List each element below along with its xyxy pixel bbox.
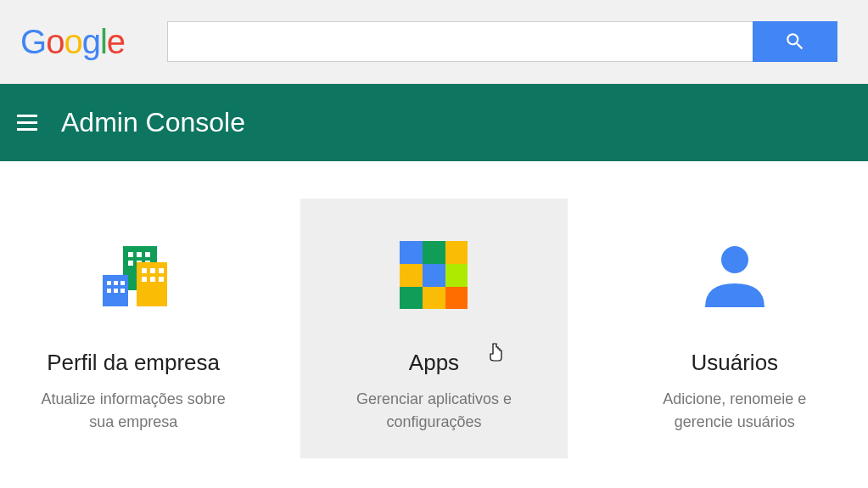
card-apps[interactable]: Apps Gerenciar aplicativos e configuraçõ… (300, 199, 567, 458)
svg-rect-26 (445, 264, 468, 287)
svg-rect-1 (128, 252, 133, 257)
svg-rect-2 (137, 252, 142, 257)
svg-rect-20 (120, 289, 125, 293)
svg-rect-21 (400, 241, 423, 264)
search-wrap (167, 21, 837, 62)
card-company-profile[interactable]: Perfil da empresa Atualize informações s… (0, 199, 266, 458)
pointer-cursor-icon (489, 343, 504, 362)
svg-rect-11 (142, 277, 147, 282)
google-logo[interactable]: Google (20, 23, 125, 61)
top-bar: Google (0, 0, 868, 84)
page-title: Admin Console (61, 107, 245, 138)
svg-rect-4 (128, 261, 133, 266)
search-input[interactable] (167, 21, 753, 62)
svg-rect-24 (400, 264, 423, 287)
svg-rect-23 (445, 241, 468, 264)
buildings-icon (99, 241, 167, 309)
svg-rect-8 (142, 268, 147, 273)
svg-rect-10 (159, 268, 164, 273)
svg-rect-15 (107, 281, 111, 285)
apps-grid-icon (400, 241, 468, 309)
svg-rect-3 (145, 252, 150, 257)
card-title: Apps (409, 350, 459, 376)
card-desc: Atualize informações sobre sua empresa (40, 388, 227, 434)
card-title: Perfil da empresa (47, 350, 220, 376)
svg-rect-27 (400, 287, 423, 309)
svg-rect-29 (445, 287, 468, 309)
svg-point-30 (721, 246, 748, 273)
menu-button[interactable] (17, 108, 37, 137)
svg-rect-18 (107, 289, 111, 293)
svg-rect-19 (114, 289, 118, 293)
svg-rect-9 (150, 268, 155, 273)
cards-container: Perfil da empresa Atualize informações s… (0, 161, 868, 458)
nav-bar: Admin Console (0, 84, 868, 161)
user-icon (701, 241, 769, 309)
hamburger-icon (17, 115, 37, 117)
svg-rect-28 (423, 287, 445, 309)
card-desc: Adicione, renomeie e gerencie usuários (641, 388, 828, 434)
card-users[interactable]: Usuários Adicione, renomeie e gerencie u… (602, 199, 868, 458)
svg-rect-25 (423, 264, 445, 287)
search-button[interactable] (753, 21, 837, 62)
card-desc: Gerenciar aplicativos e configurações (340, 388, 527, 434)
svg-rect-13 (159, 277, 164, 282)
svg-rect-16 (114, 281, 118, 285)
svg-rect-22 (423, 241, 445, 264)
svg-rect-12 (150, 277, 155, 282)
svg-rect-17 (120, 281, 125, 285)
card-title: Usuários (692, 350, 779, 376)
search-icon (784, 31, 806, 53)
